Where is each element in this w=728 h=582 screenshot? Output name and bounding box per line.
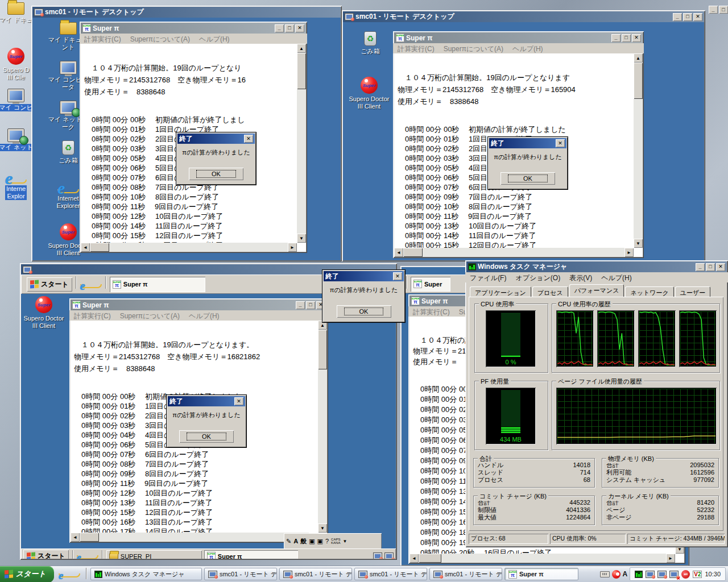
menu-options[interactable]: オプション(O) bbox=[515, 273, 560, 282]
rd3-superpi-task-button-bottom[interactable]: SUPERπ Super π bbox=[204, 550, 298, 559]
menu-view[interactable]: 表示(V) bbox=[569, 273, 592, 282]
rdp-icon bbox=[34, 9, 43, 16]
vertical-scrollbar[interactable]: ▲ ▼ bbox=[318, 321, 327, 533]
ok-button[interactable]: OK bbox=[189, 168, 243, 180]
task-button-rdp-2[interactable]: smc01 - リモート デスクト... bbox=[279, 568, 352, 580]
ime-toolbar[interactable]: ✎ A 般 ▣ ▣ ? CAPSKANA ▼ bbox=[284, 533, 382, 549]
ime-mode-alpha[interactable]: A bbox=[293, 538, 298, 544]
menu-help[interactable]: ヘルプ(H) bbox=[189, 311, 220, 321]
menu-file[interactable]: ファイル(F) bbox=[470, 273, 506, 282]
supero-tray-icon[interactable] bbox=[612, 570, 621, 579]
minimize-button[interactable]: _ bbox=[696, 263, 705, 271]
task-button-rdp-4[interactable]: smc01 - リモート デスクト... bbox=[429, 568, 502, 580]
keyboard-tray-icon[interactable] bbox=[600, 571, 610, 577]
scroll-right-button[interactable]: ► bbox=[288, 243, 297, 252]
menu-calc-run[interactable]: 計算実行(C) bbox=[84, 35, 121, 44]
network-tray-icon[interactable] bbox=[646, 571, 655, 578]
network-icon bbox=[60, 101, 77, 114]
minimize-button[interactable]: _ bbox=[673, 13, 682, 21]
rd3-start-button[interactable]: スタート bbox=[27, 277, 72, 292]
menu-about[interactable]: Superπについて(A) bbox=[130, 35, 190, 44]
menu-help[interactable]: ヘルプ(H) bbox=[512, 44, 543, 53]
rd3-icon-supero-doctor[interactable]: Super Supero Doctor III Client bbox=[21, 296, 69, 330]
menu-calc-run[interactable]: 計算実行(C) bbox=[398, 44, 435, 53]
close-button[interactable]: ✕ bbox=[295, 24, 304, 32]
ati-tray-icon[interactable]: ati bbox=[681, 570, 690, 579]
close-button[interactable]: ✕ bbox=[693, 13, 702, 21]
chevron-down-icon[interactable]: ▼ bbox=[342, 539, 347, 544]
scroll-left-button[interactable]: ◄ bbox=[81, 243, 90, 252]
maximize-button[interactable]: □ bbox=[719, 6, 728, 14]
taskbar-clock[interactable]: 10:30 bbox=[705, 571, 721, 577]
ime-tray-indicator[interactable]: A bbox=[623, 570, 628, 578]
close-button[interactable]: ✕ bbox=[716, 263, 725, 271]
scroll-left-button[interactable]: ◄ bbox=[394, 248, 403, 257]
output-line: 物理メモリ＝2145312768 空き物理メモリ＝16 bbox=[84, 74, 296, 86]
virus-scanner-tray-icon[interactable]: V2 bbox=[693, 571, 702, 578]
rd2-icon-supero-doctor[interactable]: Super Supero Doctor III Client bbox=[348, 77, 391, 110]
network-disconnected-tray-icon[interactable] bbox=[384, 552, 394, 559]
rd2-icon-recycle-bin[interactable]: ♻ ごみ箱 bbox=[349, 31, 392, 55]
horizontal-scrollbar[interactable]: ◄ ► bbox=[394, 248, 634, 257]
rd3-superpi-task-button[interactable]: SUPERπ Super π bbox=[110, 277, 205, 292]
close-button[interactable]: ✕ bbox=[632, 34, 641, 42]
tab-performance[interactable]: パフォーマンス bbox=[569, 284, 624, 298]
rd3-superpi-folder-button[interactable]: SUPER_PI bbox=[106, 550, 202, 559]
minimize-button[interactable]: _ bbox=[611, 34, 621, 42]
ok-button[interactable]: OK bbox=[337, 305, 391, 318]
minimize-button[interactable]: _ bbox=[296, 301, 305, 309]
scroll-right-button[interactable]: ► bbox=[624, 248, 634, 257]
network-tray-icon[interactable] bbox=[373, 552, 382, 559]
scroll-up-button[interactable]: ▲ bbox=[634, 53, 643, 63]
network-disconnected-tray-icon[interactable] bbox=[669, 571, 679, 578]
maximize-button[interactable]: □ bbox=[285, 24, 294, 32]
help-icon[interactable]: ? bbox=[325, 538, 329, 544]
menu-about[interactable]: Superπについて(A) bbox=[120, 311, 180, 321]
ie-quicklaunch-icon[interactable]: e bbox=[59, 571, 80, 577]
start-button[interactable]: スタート bbox=[0, 566, 54, 582]
task-button-superpi[interactable]: SUPERπ Super π bbox=[504, 568, 578, 580]
scroll-left-button[interactable]: ◄ bbox=[71, 533, 80, 542]
menu-help[interactable]: ヘルプ(H) bbox=[199, 35, 230, 44]
scroll-down-button[interactable]: ▼ bbox=[634, 239, 643, 248]
rd4-superpi-task-button[interactable]: SUPERπ Super bbox=[411, 277, 450, 292]
maximize-button[interactable]: □ bbox=[306, 301, 315, 309]
close-icon[interactable]: ✕ bbox=[244, 135, 253, 143]
scroll-right-button[interactable]: ► bbox=[666, 554, 675, 563]
ime-mode-general[interactable]: 般 bbox=[300, 537, 307, 546]
network-tray-icon-2[interactable] bbox=[657, 571, 667, 578]
taskman-titlebar[interactable]: Windows タスク マネージャ _ □ ✕ bbox=[466, 261, 727, 272]
vertical-scrollbar[interactable]: ▲ ▼ bbox=[297, 44, 306, 243]
menu-help[interactable]: ヘルプ(H) bbox=[601, 273, 632, 282]
scroll-down-button[interactable]: ▼ bbox=[318, 523, 327, 533]
ie-quicklaunch-icon[interactable]: e bbox=[77, 553, 98, 559]
menu-about[interactable]: Superπについて(A) bbox=[444, 44, 503, 53]
minimize-button[interactable]: _ bbox=[709, 6, 718, 14]
horizontal-scrollbar[interactable]: ◄ ► bbox=[81, 243, 297, 252]
rd1-titlebar[interactable]: smc01 - リモート デスクトップ bbox=[32, 7, 341, 18]
maximize-button[interactable]: □ bbox=[683, 13, 692, 21]
close-icon[interactable]: ✕ bbox=[556, 139, 565, 147]
vertical-scrollbar[interactable]: ▲ ▼ bbox=[634, 53, 643, 248]
rd3-start-button-bottom[interactable]: スタート bbox=[23, 550, 69, 559]
task-button-rdp-3[interactable]: smc01 - リモート デスクト... bbox=[354, 568, 427, 580]
ok-button[interactable]: OK bbox=[500, 172, 555, 185]
scroll-up-button[interactable]: ▲ bbox=[297, 44, 306, 53]
task-button-rdp-1[interactable]: smc01 - リモート デスクト... bbox=[204, 568, 277, 580]
scroll-left-button[interactable]: ◄ bbox=[410, 554, 419, 563]
scroll-down-button[interactable]: ▼ bbox=[297, 234, 306, 243]
ie-quicklaunch-icon[interactable]: e bbox=[80, 281, 102, 288]
minimize-button[interactable]: _ bbox=[275, 24, 284, 32]
horizontal-scrollbar[interactable]: ◄ ► bbox=[71, 533, 318, 542]
menu-calc-run[interactable]: 計算実行(C) bbox=[74, 311, 111, 321]
close-icon[interactable]: ✕ bbox=[234, 397, 243, 405]
close-icon[interactable]: ✕ bbox=[393, 272, 402, 280]
rd2-titlebar[interactable]: smc01 - リモート デスクトップ _ □ ✕ bbox=[343, 11, 704, 22]
horizontal-scrollbar[interactable]: ◄ ► bbox=[410, 554, 675, 563]
cpu-meter-tray-icon[interactable] bbox=[635, 571, 643, 578]
maximize-button[interactable]: □ bbox=[622, 34, 631, 42]
ok-button[interactable]: OK bbox=[179, 430, 234, 443]
task-button-taskman[interactable]: Windows タスク マネージャ bbox=[90, 568, 202, 580]
menu-calc-run[interactable]: 計算実行(C) bbox=[413, 307, 450, 317]
maximize-button[interactable]: □ bbox=[706, 263, 715, 271]
